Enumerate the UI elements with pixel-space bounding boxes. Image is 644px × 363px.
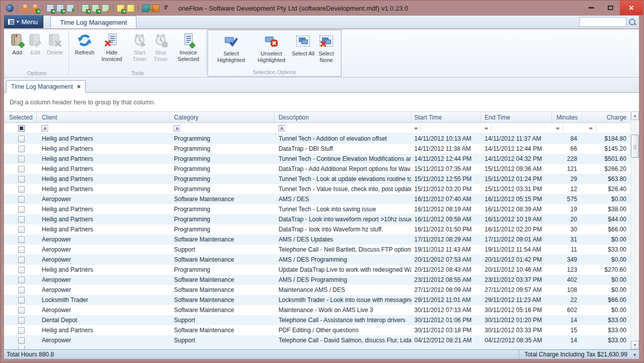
table-row[interactable]: AeropowerSupportTelephone Call - David S… (4, 335, 630, 345)
row-checkbox[interactable] (18, 146, 25, 152)
row-checkbox[interactable] (18, 267, 25, 273)
table-row[interactable]: Heilig and PartnersProgrammingTunnel Tec… (4, 134, 630, 144)
invoice-add-icon[interactable] (81, 4, 90, 13)
hide-invoiced-button[interactable]: Hide Invoiced (97, 31, 126, 63)
table-row[interactable]: AeropowerSoftware MaintenanceMaintenance… (4, 305, 630, 315)
table-row-partial[interactable] (4, 345, 630, 349)
select-all-button[interactable]: Select All (292, 32, 315, 57)
table-row[interactable]: Heilig and PartnersProgrammingDataTrap -… (4, 214, 630, 224)
column-header-description[interactable]: Description (274, 112, 411, 123)
text-filter-icon[interactable]: A (174, 125, 180, 132)
filter-checkbox-checked[interactable] (18, 125, 25, 132)
row-checkbox[interactable] (18, 277, 25, 283)
book-back-icon[interactable] (152, 4, 160, 13)
table-row[interactable]: AeropowerSoftware MaintenanceAMS / DES P… (4, 275, 630, 285)
row-checkbox[interactable] (18, 176, 25, 183)
table-row[interactable]: Heilig and PartnersProgrammingTunnel Tec… (4, 184, 630, 194)
close-button[interactable]: × (620, 1, 643, 15)
invoice-edit-icon[interactable] (101, 4, 110, 13)
user-add-icon[interactable] (31, 4, 39, 13)
timelog-go-icon[interactable] (66, 4, 75, 13)
timelog-add-icon[interactable] (46, 4, 54, 13)
column-header-end-time[interactable]: End Time (481, 112, 552, 123)
add-button[interactable]: Add (8, 31, 26, 56)
group-by-bar[interactable]: Drag a column header here to group by th… (4, 93, 639, 111)
minimize-button[interactable] (582, 1, 601, 15)
scroll-down-button[interactable]: ▼ (631, 341, 639, 349)
row-checkbox[interactable] (18, 307, 25, 314)
column-header-selected[interactable]: Selected (4, 112, 37, 123)
note-add-icon[interactable] (116, 4, 125, 13)
row-checkbox[interactable] (18, 317, 25, 324)
row-checkbox[interactable] (18, 297, 25, 304)
row-checkbox[interactable] (18, 327, 25, 334)
app-icon[interactable] (6, 4, 14, 13)
filter-minutes[interactable]: = (552, 126, 582, 131)
filter-start-time[interactable]: = (411, 126, 482, 131)
stop-timer-button[interactable]: Stop Timer (150, 31, 171, 63)
text-filter-icon[interactable]: A (278, 125, 285, 132)
book-forward-icon[interactable] (141, 4, 150, 13)
vertical-scrollbar[interactable]: ▲ ▼ (630, 111, 639, 349)
row-checkbox[interactable] (18, 257, 25, 263)
equals-filter-icon[interactable]: = (414, 126, 421, 131)
column-header-charge[interactable]: Charge (582, 112, 630, 123)
row-checkbox[interactable] (18, 247, 25, 253)
search-icon[interactable] (628, 18, 636, 26)
overflow-icon[interactable] (162, 4, 170, 13)
table-row[interactable]: Heilig and PartnersProgrammingDataTrap -… (4, 224, 630, 234)
equals-filter-icon[interactable]: = (556, 126, 563, 131)
table-row[interactable]: Heilig and PartnersSoftware MaintenanceP… (4, 325, 630, 335)
delete-button[interactable]: Delete (44, 31, 65, 56)
table-row[interactable]: Heilig and PartnersProgrammingTunnel Tec… (4, 174, 630, 184)
filter-description[interactable]: A (274, 125, 411, 132)
tab-time-log-management[interactable]: Time Log Management (50, 16, 136, 28)
filter-charge[interactable]: = (582, 126, 630, 131)
text-filter-icon[interactable]: A (42, 125, 48, 132)
table-row[interactable]: Heilig and PartnersProgrammingUpdate Dat… (4, 265, 630, 275)
menu-button[interactable]: ▾ Menu (4, 15, 43, 28)
row-checkbox[interactable] (18, 136, 25, 142)
column-header-category[interactable]: Category (170, 112, 274, 123)
search-input[interactable] (580, 17, 626, 27)
edit-button[interactable]: Edit (26, 31, 44, 56)
timelog-add-alt-icon[interactable] (56, 4, 64, 13)
table-row[interactable]: Heilig and PartnersProgrammingDataTrap -… (4, 144, 630, 154)
row-checkbox[interactable] (18, 166, 25, 172)
row-checkbox[interactable] (18, 236, 25, 243)
table-row[interactable]: Locksmith TraderSoftware MaintenanceLock… (4, 295, 630, 305)
doc-tab-time-log-management[interactable]: Time Log Management × (6, 80, 86, 93)
row-checkbox[interactable] (18, 156, 25, 162)
table-row[interactable]: Dental DepotSupportTelephone Call - Assi… (4, 315, 630, 325)
chevron-down-icon[interactable]: ▾ (633, 352, 636, 357)
invoice-add-alt-icon[interactable] (91, 4, 100, 13)
column-header-minutes[interactable]: Minutes (552, 112, 582, 123)
column-header-start-time[interactable]: Start Time (411, 112, 482, 123)
filter-category[interactable]: A (170, 125, 274, 132)
column-header-client[interactable]: Client (37, 112, 170, 123)
select-highlighted-button[interactable]: Select Highlighted (211, 32, 251, 64)
user-icon[interactable] (21, 4, 29, 13)
row-checkbox[interactable] (18, 337, 25, 344)
table-row[interactable]: Heilig and PartnersProgrammingDataTrap -… (4, 164, 630, 174)
row-checkbox[interactable] (18, 216, 25, 223)
filter-selected[interactable] (4, 125, 37, 132)
equals-filter-icon[interactable]: = (484, 126, 491, 131)
table-row[interactable]: AeropowerSupportTelephone Call - Neil Ba… (4, 245, 630, 255)
row-checkbox[interactable] (18, 196, 25, 203)
tab-close-icon[interactable]: × (77, 84, 81, 90)
table-row[interactable]: AeropowerSoftware MaintenanceAMS / DES P… (4, 255, 630, 265)
row-checkbox[interactable] (18, 345, 25, 349)
row-checkbox[interactable] (18, 186, 25, 193)
select-none-button[interactable]: Select None (315, 32, 338, 64)
maximize-button[interactable] (601, 1, 620, 15)
table-row[interactable]: Heilig and PartnersProgrammingTunnel Tec… (4, 204, 630, 214)
row-checkbox[interactable] (18, 226, 25, 233)
filter-client[interactable]: A (37, 125, 170, 132)
filter-end-time[interactable]: = (481, 126, 552, 131)
unselect-highlighted-button[interactable]: Unselect Highlighted (251, 32, 292, 64)
table-row[interactable]: AeropowerSoftware MaintenanceAMS / DES16… (4, 194, 630, 204)
refresh-button[interactable]: Refresh (72, 31, 97, 56)
table-row[interactable]: Heilig and PartnersProgrammingTunnel Tec… (4, 154, 630, 164)
start-timer-button[interactable]: Start Timer (129, 31, 150, 63)
